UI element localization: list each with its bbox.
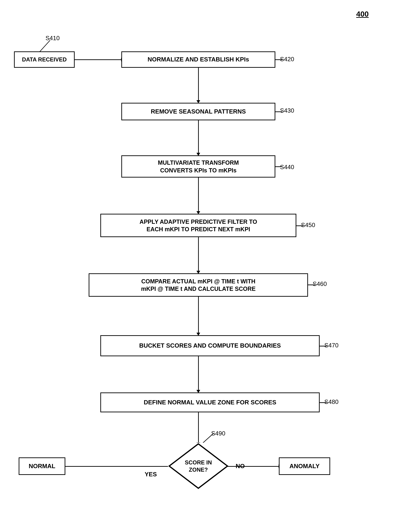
compare-box: COMPARE ACTUAL mKPI @ TIME t WITH mKPI @… <box>89 273 308 297</box>
s440-line <box>275 166 282 167</box>
s450-line <box>296 226 303 226</box>
diagram-container: 400 S410 DATA RECEIVED NORMALIZE AND EST… <box>0 0 420 506</box>
s430-label: S430 <box>280 107 294 114</box>
arrow-define-to-diamond <box>198 412 199 443</box>
s430-line <box>275 111 282 112</box>
arrow-normalize-to-seasonal <box>198 68 199 100</box>
arrow-compare-to-bucket <box>198 297 199 333</box>
arrow-bucket-to-define <box>198 356 199 390</box>
anomaly-box: ANOMALY <box>279 457 330 475</box>
remove-seasonal-box: REMOVE SEASONAL PATTERNS <box>121 103 275 120</box>
svg-line-0 <box>39 40 50 53</box>
s470-line <box>320 346 327 346</box>
normalize-box: NORMALIZE AND ESTABLISH KPIs <box>121 51 275 68</box>
s480-line <box>320 402 327 403</box>
bucket-scores-box: BUCKET SCORES AND COMPUTE BOUNDARIES <box>100 335 320 356</box>
figure-number: 400 <box>356 10 369 19</box>
arrow-yes-to-normal <box>61 466 168 467</box>
apply-filter-box: APPLY ADAPTIVE PREDICTIVE FILTER TO EACH… <box>100 214 296 237</box>
s420-line <box>275 59 282 60</box>
arrow-filter-to-compare <box>198 237 199 271</box>
arrow-no-to-anomaly <box>227 466 279 467</box>
s440-label: S440 <box>280 164 294 171</box>
multivariate-box: MULTIVARIATE TRANSFORM CONVERTS KPIs TO … <box>121 155 275 178</box>
yes-label: YES <box>145 471 157 478</box>
arrow-seasonal-to-multi <box>198 120 199 153</box>
arrow-data-to-normalize <box>75 59 121 60</box>
s470-label: S470 <box>324 342 339 349</box>
decision-diamond: SCORE IN ZONE? <box>168 443 229 489</box>
s450-label: S450 <box>301 221 315 229</box>
data-received-box: DATA RECEIVED <box>14 51 75 68</box>
define-normal-box: DEFINE NORMAL VALUE ZONE FOR SCORES <box>100 393 320 412</box>
svg-line-1 <box>202 433 213 444</box>
arrow-multi-to-filter <box>198 178 199 211</box>
s460-line <box>308 285 315 285</box>
s460-label: S460 <box>313 280 327 287</box>
s480-label: S480 <box>324 398 339 406</box>
normal-box: NORMAL <box>19 457 65 475</box>
